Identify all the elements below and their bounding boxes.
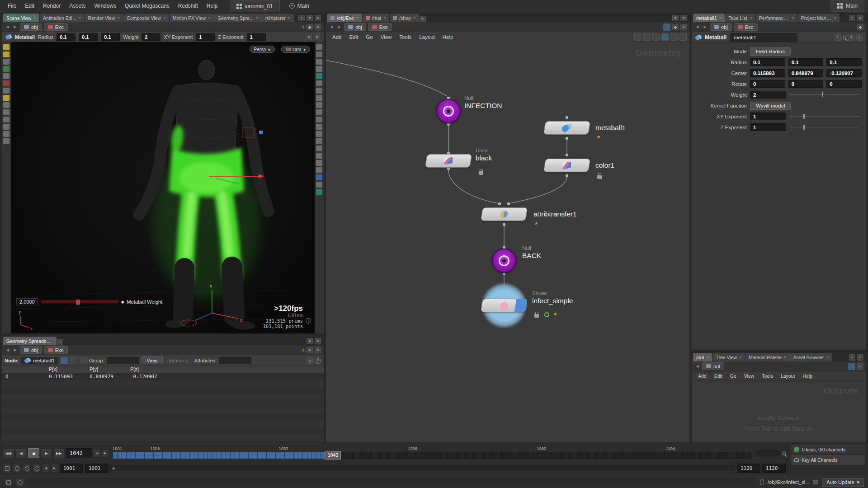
xy-slider-handle[interactable] xyxy=(803,114,805,119)
pane-menu-icon[interactable]: ≡ xyxy=(856,34,863,41)
pin-icon[interactable]: ◆ xyxy=(672,24,679,30)
kernel-function-dropdown[interactable]: Wyvill model xyxy=(750,102,791,110)
node-color1[interactable] xyxy=(544,159,590,172)
viewport-tool-icon[interactable] xyxy=(3,117,9,122)
net-menu-edit[interactable]: Edit xyxy=(345,33,362,41)
snap-icon[interactable] xyxy=(670,33,678,41)
current-frame-field[interactable]: 1042 xyxy=(66,448,92,458)
key-all-channels-button[interactable]: Key All Channels xyxy=(791,455,865,465)
path-back-icon[interactable]: ◀ xyxy=(5,348,10,352)
status-display-icon[interactable] xyxy=(16,478,24,486)
gear-icon[interactable]: * xyxy=(835,34,841,41)
color-palette-icon[interactable] xyxy=(661,33,669,41)
viewport-tool-icon[interactable] xyxy=(3,102,9,108)
audio-options-icon[interactable] xyxy=(13,464,21,472)
node-back[interactable] xyxy=(492,249,516,273)
intrinsics-dropdown[interactable]: Intrinsics xyxy=(165,358,192,363)
weight-slider[interactable] xyxy=(41,300,118,303)
table-view-icon[interactable] xyxy=(61,357,68,364)
tab-dropdown-icon[interactable]: ▾ xyxy=(672,15,679,21)
global-end-field[interactable]: 1120 xyxy=(762,464,786,473)
out-menu-edit[interactable]: Edit xyxy=(711,372,726,380)
tab-dropdown-icon[interactable]: ▾ xyxy=(307,15,313,21)
node-attribtransfer1[interactable] xyxy=(481,207,527,221)
range-slider-left[interactable]: ◀ xyxy=(42,464,49,472)
shading-icon[interactable] xyxy=(70,357,77,364)
path-back-icon[interactable]: ◀ xyxy=(694,25,700,29)
weight-field[interactable]: 2 xyxy=(142,33,160,41)
viewport-display-icon[interactable] xyxy=(316,80,322,86)
stop-button[interactable]: ■ xyxy=(28,448,39,458)
attributes-input[interactable] xyxy=(219,357,251,364)
new-tab-icon[interactable]: + xyxy=(420,16,426,22)
message-log-icon[interactable] xyxy=(4,478,12,486)
grid-view-icon[interactable] xyxy=(652,33,660,41)
playback-end-field[interactable]: 1120 xyxy=(737,464,760,473)
timeline[interactable]: 1001 1008 1032 1056 1080 1104 1042 xyxy=(113,446,751,460)
pane-menu-icon[interactable]: ≡ xyxy=(857,15,863,21)
close-icon[interactable]: × xyxy=(79,16,81,20)
viewport-tool-icon[interactable] xyxy=(3,73,9,79)
net-menu-go[interactable]: Go xyxy=(362,33,376,41)
close-icon[interactable]: × xyxy=(792,16,794,20)
weight-value-field[interactable]: 2.0000 xyxy=(16,298,38,305)
path-forward-icon[interactable]: ▶ xyxy=(336,25,342,29)
menu-file[interactable]: File xyxy=(4,1,20,11)
px-column-header[interactable]: P[x] xyxy=(45,366,86,373)
tab-render-view[interactable]: Render View× xyxy=(85,14,123,22)
node-selector[interactable]: metaball1 xyxy=(21,357,58,364)
viewport-display-icon[interactable] xyxy=(316,44,322,50)
pane-menu-icon[interactable]: ≡ xyxy=(315,347,321,353)
net-menu-tools[interactable]: Tools xyxy=(396,33,415,41)
path-forward-icon[interactable]: ▶ xyxy=(702,25,708,29)
viewport-display-icon[interactable] xyxy=(316,174,322,180)
tab-mat[interactable]: /mat× xyxy=(363,14,389,22)
menu-redshift[interactable]: Redshift xyxy=(174,1,202,11)
pane-menu-icon[interactable]: ≡ xyxy=(680,15,687,21)
path-forward-icon[interactable]: ▶ xyxy=(12,25,18,29)
tab-motion-fx-view[interactable]: Motion FX View× xyxy=(170,14,214,22)
group-input[interactable] xyxy=(107,357,139,364)
radius-x-field[interactable]: 0.1 xyxy=(57,33,75,41)
path-chip-obj[interactable]: obj xyxy=(710,23,732,31)
range-slider-right[interactable]: ▶ xyxy=(51,464,58,472)
viewport-display-icon[interactable] xyxy=(316,167,322,173)
pane-menu-icon[interactable]: ≡ xyxy=(857,363,863,370)
playhead[interactable]: 1042 xyxy=(325,451,341,460)
viewport-display-icon[interactable] xyxy=(316,160,322,166)
tab-dropdown-icon[interactable]: ▾ xyxy=(307,338,313,344)
path-back-icon[interactable]: ◀ xyxy=(5,25,10,29)
viewport-display-icon[interactable] xyxy=(316,88,322,94)
tab-performance[interactable]: Performance...× xyxy=(756,14,797,22)
radius-y-field[interactable]: 0.1 xyxy=(788,58,824,66)
pz-column-header[interactable]: P[z] xyxy=(127,366,167,373)
close-icon[interactable]: × xyxy=(117,16,120,20)
range-slider-gutter[interactable]: ▶ xyxy=(110,465,735,471)
viewport-display-icon[interactable] xyxy=(316,182,322,188)
node-infect-simple[interactable] xyxy=(481,299,527,312)
table-row[interactable]: 0 0.115893 0.848979 -0.120907 xyxy=(2,373,324,380)
go-to-end-button[interactable]: ▶▶ xyxy=(53,448,65,458)
info-icon[interactable]: i xyxy=(306,318,311,324)
out-menu-tools[interactable]: Tools xyxy=(758,372,777,380)
op-name-field[interactable]: metaball1 xyxy=(730,33,797,42)
center-y-field[interactable]: 0.848979 xyxy=(788,69,824,77)
viewport-display-icon[interactable] xyxy=(316,138,322,144)
toolbar-options-icon[interactable]: ≡ xyxy=(306,34,312,40)
viewport-display-icon[interactable] xyxy=(316,124,322,130)
weight-slider-handle[interactable] xyxy=(822,92,823,97)
path-back-icon[interactable]: ◀ xyxy=(329,25,335,29)
out-menu-view[interactable]: View xyxy=(741,372,758,380)
substep-back-button[interactable]: ◀ xyxy=(94,449,100,457)
close-icon[interactable]: × xyxy=(750,16,752,20)
menu-render[interactable]: Render xyxy=(39,1,65,11)
tab-animation-editor[interactable]: Animation Edi...× xyxy=(40,14,84,22)
wrench-icon[interactable] xyxy=(634,33,642,41)
tab-mixplorer[interactable]: miXplorer× xyxy=(262,14,294,22)
viewport-tool-icon[interactable] xyxy=(3,66,9,72)
radius-x-field[interactable]: 0.1 xyxy=(750,58,785,66)
close-icon[interactable]: × xyxy=(356,16,359,20)
net-menu-layout[interactable]: Layout xyxy=(415,33,439,41)
flag-icon[interactable] xyxy=(848,363,855,370)
path-chip-obj[interactable]: obj xyxy=(344,23,366,31)
